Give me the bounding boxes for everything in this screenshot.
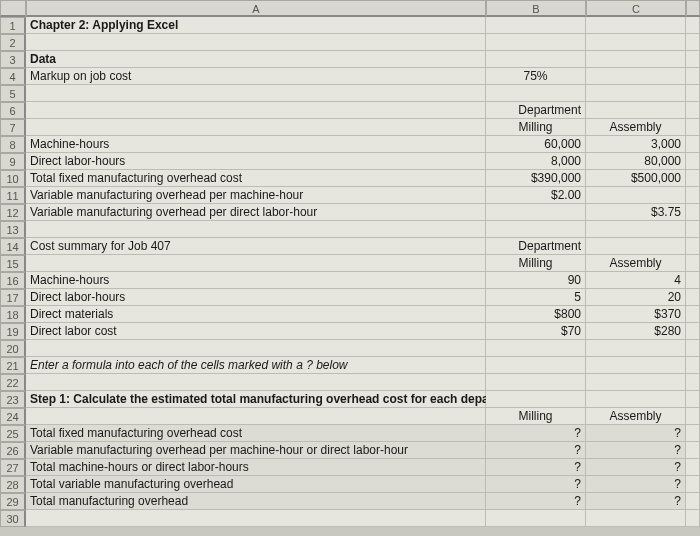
cell-b[interactable]: 90	[486, 272, 586, 289]
cell-c[interactable]	[586, 68, 686, 85]
cell-b[interactable]: ?	[486, 442, 586, 459]
cell-c[interactable]: $280	[586, 323, 686, 340]
row-header[interactable]: 14	[0, 238, 26, 255]
cell-a[interactable]	[26, 255, 486, 272]
column-header[interactable]: C	[586, 0, 686, 17]
cell-c[interactable]: 4	[586, 272, 686, 289]
cell-b[interactable]: Milling	[486, 119, 586, 136]
cell-a[interactable]: Direct labor-hours	[26, 289, 486, 306]
cell-a[interactable]: Markup on job cost	[26, 68, 486, 85]
cell-b[interactable]: ?	[486, 493, 586, 510]
cell-a[interactable]: Direct labor-hours	[26, 153, 486, 170]
cell-b[interactable]: 8,000	[486, 153, 586, 170]
column-header[interactable]: A	[26, 0, 486, 17]
cell-a[interactable]	[26, 510, 486, 527]
cell-a[interactable]: Direct materials	[26, 306, 486, 323]
row-header[interactable]: 2	[0, 34, 26, 51]
cell-a[interactable]: Total machine-hours or direct labor-hour…	[26, 459, 486, 476]
cell-b[interactable]: Milling	[486, 255, 586, 272]
cell-a[interactable]: Total fixed manufacturing overhead cost	[26, 425, 486, 442]
row-header[interactable]: 20	[0, 340, 26, 357]
cell-a[interactable]: Machine-hours	[26, 136, 486, 153]
row-header[interactable]: 21	[0, 357, 26, 374]
cell-b[interactable]	[486, 17, 586, 34]
cell-c[interactable]: $500,000	[586, 170, 686, 187]
cell-b[interactable]	[486, 34, 586, 51]
spreadsheet-grid[interactable]: ABC1Chapter 2: Applying Excel23Data4Mark…	[0, 0, 700, 527]
row-header[interactable]: 8	[0, 136, 26, 153]
cell-b[interactable]	[486, 357, 586, 374]
row-header[interactable]: 16	[0, 272, 26, 289]
cell-d[interactable]	[686, 340, 700, 357]
cell-c[interactable]: 3,000	[586, 136, 686, 153]
cell-a[interactable]	[26, 119, 486, 136]
cell-b[interactable]: $70	[486, 323, 586, 340]
cell-d[interactable]	[686, 476, 700, 493]
cell-a[interactable]: Machine-hours	[26, 272, 486, 289]
row-header[interactable]: 19	[0, 323, 26, 340]
cell-c[interactable]: ?	[586, 493, 686, 510]
cell-b[interactable]: ?	[486, 425, 586, 442]
cell-b[interactable]: $2.00	[486, 187, 586, 204]
row-header[interactable]: 5	[0, 85, 26, 102]
cell-d[interactable]	[686, 459, 700, 476]
cell-d[interactable]	[686, 493, 700, 510]
cell-a[interactable]: Direct labor cost	[26, 323, 486, 340]
cell-c[interactable]	[586, 187, 686, 204]
cell-b[interactable]	[486, 204, 586, 221]
row-header[interactable]: 17	[0, 289, 26, 306]
cell-a[interactable]: Step 1: Calculate the estimated total ma…	[26, 391, 486, 408]
cell-d[interactable]	[686, 408, 700, 425]
cell-c[interactable]: ?	[586, 459, 686, 476]
cell-d[interactable]	[686, 391, 700, 408]
cell-d[interactable]	[686, 136, 700, 153]
cell-c[interactable]: Assembly	[586, 408, 686, 425]
cell-d[interactable]	[686, 51, 700, 68]
row-header[interactable]: 1	[0, 17, 26, 34]
cell-a[interactable]: Data	[26, 51, 486, 68]
row-header[interactable]: 11	[0, 187, 26, 204]
cell-c[interactable]	[586, 510, 686, 527]
cell-a[interactable]: Chapter 2: Applying Excel	[26, 17, 486, 34]
cell-c[interactable]	[586, 357, 686, 374]
cell-b[interactable]: 60,000	[486, 136, 586, 153]
cell-d[interactable]	[686, 442, 700, 459]
cell-b[interactable]	[486, 510, 586, 527]
cell-d[interactable]	[686, 221, 700, 238]
cell-d[interactable]	[686, 153, 700, 170]
cell-d[interactable]	[686, 187, 700, 204]
cell-d[interactable]	[686, 255, 700, 272]
column-header[interactable]	[686, 0, 700, 17]
cell-c[interactable]	[586, 102, 686, 119]
cell-b[interactable]: ?	[486, 459, 586, 476]
cell-b[interactable]: Milling	[486, 408, 586, 425]
cell-c[interactable]: ?	[586, 476, 686, 493]
cell-a[interactable]	[26, 374, 486, 391]
row-header[interactable]: 26	[0, 442, 26, 459]
cell-c[interactable]	[586, 374, 686, 391]
cell-a[interactable]: Enter a formula into each of the cells m…	[26, 357, 486, 374]
cell-d[interactable]	[686, 204, 700, 221]
cell-b[interactable]: 75%	[486, 68, 586, 85]
cell-a[interactable]	[26, 85, 486, 102]
cell-b[interactable]	[486, 221, 586, 238]
cell-c[interactable]: ?	[586, 442, 686, 459]
cell-a[interactable]: Variable manufacturing overhead per mach…	[26, 187, 486, 204]
cell-c[interactable]: $370	[586, 306, 686, 323]
cell-c[interactable]: Assembly	[586, 119, 686, 136]
column-header[interactable]	[0, 0, 26, 17]
cell-b[interactable]	[486, 51, 586, 68]
cell-d[interactable]	[686, 289, 700, 306]
cell-b[interactable]	[486, 340, 586, 357]
row-header[interactable]: 3	[0, 51, 26, 68]
cell-a[interactable]	[26, 102, 486, 119]
row-header[interactable]: 22	[0, 374, 26, 391]
cell-d[interactable]	[686, 425, 700, 442]
cell-b[interactable]: Department	[486, 102, 586, 119]
cell-d[interactable]	[686, 170, 700, 187]
row-header[interactable]: 9	[0, 153, 26, 170]
cell-d[interactable]	[686, 238, 700, 255]
cell-d[interactable]	[686, 357, 700, 374]
cell-a[interactable]: Variable manufacturing overhead per dire…	[26, 204, 486, 221]
cell-b[interactable]	[486, 374, 586, 391]
